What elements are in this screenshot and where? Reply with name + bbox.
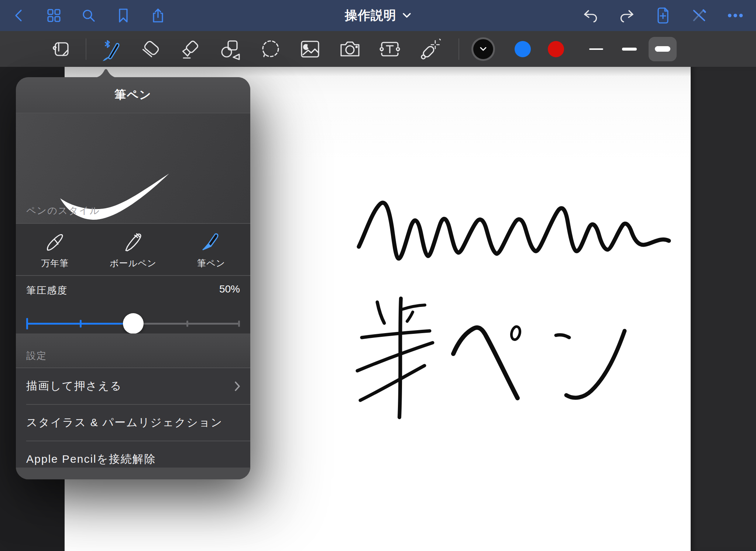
pressure-slider[interactable]: [26, 314, 240, 333]
slider-knob[interactable]: [123, 313, 144, 334]
thickness-option-thick[interactable]: [649, 37, 677, 61]
chevron-down-icon: [402, 13, 411, 18]
color-swatch-red[interactable]: [548, 41, 564, 57]
text-tool-button[interactable]: [378, 37, 402, 61]
drawing-toolbar: [0, 31, 756, 67]
search-button[interactable]: [80, 7, 97, 24]
four-squares-icon: [46, 8, 62, 23]
toolbar-shadow: [65, 67, 691, 76]
color-swatch-black[interactable]: [475, 41, 491, 57]
eraser-tool-button[interactable]: [138, 37, 163, 61]
fountain-pen-icon: [43, 230, 67, 254]
stylus-palm-rejection-label: スタイラス & パームリジェクション: [26, 415, 223, 430]
popover-title: 筆ペン: [114, 87, 151, 103]
add-page-icon: [655, 7, 671, 24]
pen-settings-popover: 筆ペン ペンのスタイル 万年筆: [16, 77, 250, 479]
more-icon: [727, 13, 743, 18]
edit-mode-icon: [51, 38, 72, 60]
chevron-down-icon: [480, 47, 487, 52]
redo-button[interactable]: [619, 7, 635, 24]
pencil-disconnect-button[interactable]: [691, 7, 707, 24]
top-nav-bar: 操作説明: [0, 0, 756, 31]
slider-tick: [80, 320, 82, 328]
disconnect-apple-pencil-label: Apple Pencilを接続解除: [26, 452, 156, 467]
highlighter-icon: [179, 38, 202, 60]
thickness-option-thin[interactable]: [582, 37, 610, 61]
undo-button[interactable]: [583, 7, 599, 24]
pen-style-section-label: ペンのスタイル: [26, 204, 100, 217]
pencil-disconnect-icon: [691, 8, 707, 23]
slider-tick: [238, 321, 240, 327]
eraser-icon: [139, 38, 162, 60]
app-screen: 操作説明: [0, 0, 756, 551]
popover-header: 筆ペン: [16, 77, 250, 113]
share-button[interactable]: [150, 7, 166, 24]
edit-mode-toggle-button[interactable]: [49, 37, 73, 61]
image-tool-button[interactable]: [298, 37, 322, 61]
color-swatch-blue[interactable]: [515, 41, 531, 57]
pen-style-ballpoint[interactable]: ボールペン: [94, 224, 172, 275]
toolbar-separator: [86, 38, 86, 60]
pen-style-label: 万年筆: [41, 257, 69, 269]
popover-arrow: [89, 68, 123, 78]
camera-icon: [338, 39, 362, 59]
pen-style-brush[interactable]: 筆ペン: [172, 224, 250, 275]
camera-tool-button[interactable]: [338, 37, 362, 61]
back-button[interactable]: [11, 7, 27, 24]
more-button[interactable]: [727, 7, 743, 24]
ballpoint-pen-icon: [121, 230, 145, 254]
text-icon: [378, 39, 402, 59]
pen-style-label: 筆ペン: [197, 257, 225, 269]
pen-style-options: 万年筆 ボールペン 筆: [16, 224, 250, 275]
add-page-button[interactable]: [655, 7, 671, 24]
highlighter-tool-button[interactable]: [178, 37, 203, 61]
popover-footer: [16, 468, 250, 479]
undo-icon: [583, 8, 599, 23]
lasso-tool-button[interactable]: [258, 37, 282, 61]
lasso-icon: [258, 38, 282, 60]
toolbar-separator: [458, 38, 459, 60]
nav-left-group: [0, 7, 166, 24]
pen-tool-button[interactable]: [99, 37, 123, 61]
redo-icon: [619, 8, 635, 23]
pointer-icon: [417, 38, 442, 61]
back-icon: [12, 8, 27, 23]
draw-and-hold-row[interactable]: 描画して押さえる: [16, 368, 250, 404]
pen-style-fountain[interactable]: 万年筆: [16, 224, 94, 275]
brush-pen-icon: [199, 230, 223, 254]
stroke-preview: ペンのスタイル: [16, 113, 250, 223]
pressure-label: 筆圧感度: [26, 284, 68, 297]
draw-and-hold-label: 描画して押さえる: [26, 379, 122, 394]
document-title[interactable]: 操作説明: [345, 7, 411, 24]
page-margin-right: [691, 67, 756, 551]
pressure-value: 50%: [219, 283, 240, 295]
slider-tick: [186, 321, 188, 327]
nav-right-group: [583, 7, 756, 24]
chevron-right-icon: [234, 381, 241, 392]
thumbnails-button[interactable]: [46, 7, 62, 24]
search-icon: [81, 8, 96, 23]
pen-bluetooth-icon: [99, 37, 123, 62]
thickness-option-medium[interactable]: [615, 37, 643, 61]
document-title-label: 操作説明: [345, 7, 396, 24]
bookmark-icon: [116, 8, 131, 23]
bookmark-button[interactable]: [115, 7, 131, 24]
pressure-section: 筆圧感度 50%: [16, 276, 250, 333]
settings-section-label: 設定: [26, 349, 47, 362]
image-icon: [299, 39, 322, 59]
share-icon: [150, 7, 166, 24]
slider-tick: [26, 318, 28, 329]
pen-style-label: ボールペン: [110, 257, 157, 269]
settings-section-header: 設定: [16, 333, 250, 367]
shapes-tool-button[interactable]: [218, 37, 243, 61]
pointer-tool-button[interactable]: [417, 37, 442, 61]
shapes-icon: [219, 38, 242, 60]
settings-rows: 描画して押さえる スタイラス & パームリジェクション Apple Pencil…: [16, 368, 250, 478]
stylus-palm-rejection-row[interactable]: スタイラス & パームリジェクション: [16, 405, 250, 441]
